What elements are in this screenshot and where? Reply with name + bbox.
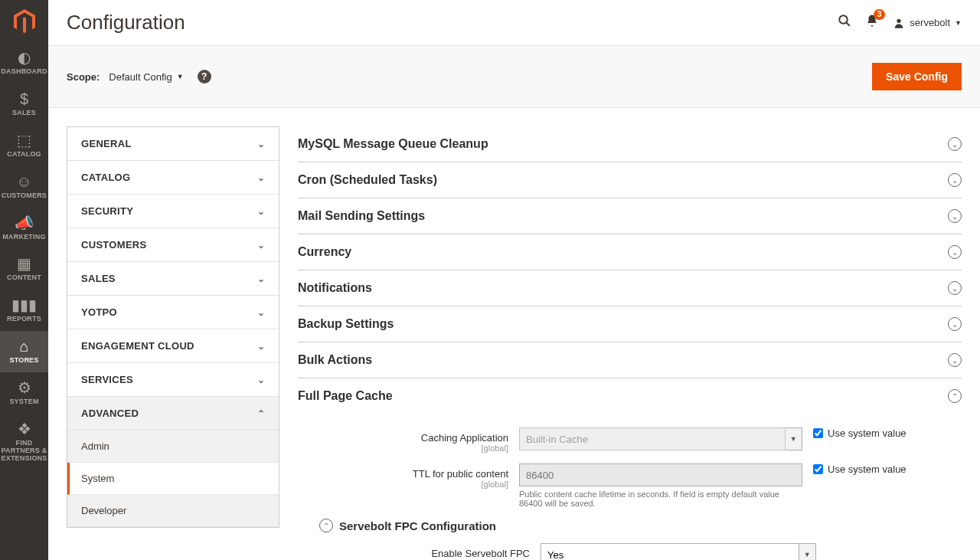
notifications-badge: 3 <box>874 9 886 20</box>
config-nav-developer[interactable]: Developer <box>67 495 279 527</box>
config-nav-customers[interactable]: CUSTOMERS⌄ <box>67 228 279 262</box>
chevron-down-icon: ⌄ <box>257 206 265 217</box>
sidebar-item-content[interactable]: ▦CONTENT <box>0 248 48 290</box>
chevron-down-icon: ⌄ <box>257 341 265 352</box>
section-notifications[interactable]: Notifications⌄ <box>298 270 962 306</box>
sidebar-item-stores[interactable]: ⌂STORES <box>0 331 48 372</box>
username: servebolt <box>910 17 950 28</box>
chevron-down-icon: ▼ <box>955 19 962 27</box>
chevron-down-icon[interactable]: ▼ <box>799 543 816 560</box>
layout-icon: ▦ <box>17 256 31 271</box>
config-nav-services[interactable]: SERVICES⌄ <box>67 363 279 397</box>
use-system-checkbox[interactable] <box>813 464 823 474</box>
config-nav-sales[interactable]: SALES⌄ <box>67 262 279 296</box>
chevron-up-icon: ⌃ <box>257 408 265 419</box>
sidebar-item-partners[interactable]: ❖FIND PARTNERS & EXTENSIONS <box>0 414 48 470</box>
user-menu[interactable]: servebolt ▼ <box>893 17 962 29</box>
config-nav-advanced[interactable]: ADVANCED⌃ <box>67 397 279 431</box>
caching-app-use-system[interactable]: Use system value <box>813 427 928 439</box>
chevron-down-icon: ⌄ <box>257 375 265 385</box>
config-nav: GENERAL⌄ CATALOG⌄ SECURITY⌄ CUSTOMERS⌄ S… <box>67 126 279 528</box>
section-backup[interactable]: Backup Settings⌄ <box>298 306 962 342</box>
person-icon: ☺ <box>16 174 31 189</box>
ttl-input <box>519 463 802 486</box>
expand-icon: ⌄ <box>948 281 962 295</box>
config-nav-admin[interactable]: Admin <box>67 431 279 463</box>
section-mysql-mq[interactable]: MySQL Message Queue Cleanup⌄ <box>298 126 962 162</box>
ttl-note: Public content cache lifetime in seconds… <box>519 490 802 508</box>
section-bulk[interactable]: Bulk Actions⌄ <box>298 342 962 378</box>
expand-icon: ⌄ <box>948 209 962 223</box>
collapse-icon: ⌃ <box>319 519 333 532</box>
dollar-icon: $ <box>20 91 28 106</box>
sidebar-item-sales[interactable]: $SALES <box>0 84 48 125</box>
help-icon[interactable]: ? <box>198 70 211 84</box>
save-config-button[interactable]: Save Config <box>872 63 962 90</box>
svg-point-2 <box>897 18 901 22</box>
config-nav-catalog[interactable]: CATALOG⌄ <box>67 161 279 195</box>
use-system-checkbox[interactable] <box>813 428 823 438</box>
expand-icon: ⌄ <box>948 137 962 151</box>
svg-line-1 <box>847 22 851 26</box>
sidebar-item-dashboard[interactable]: ◐DASHBOARD <box>0 42 48 84</box>
user-icon <box>893 17 905 29</box>
section-mail[interactable]: Mail Sending Settings⌄ <box>298 198 962 234</box>
sidebar-item-system[interactable]: ⚙SYSTEM <box>0 372 48 414</box>
caching-app-select: Built-in Cache <box>519 427 786 450</box>
expand-icon: ⌄ <box>948 173 962 187</box>
config-nav-engagement[interactable]: ENGAGEMENT CLOUD⌄ <box>67 329 279 363</box>
chevron-down-icon: ⌄ <box>257 172 265 183</box>
bar-chart-icon: ▮▮▮ <box>11 297 37 313</box>
ttl-label: TTL for public content [global] <box>298 463 508 489</box>
box-icon: ⬚ <box>17 133 31 148</box>
section-fpc[interactable]: Full Page Cache⌃ <box>298 378 962 414</box>
magento-logo[interactable] <box>0 0 48 42</box>
section-currency[interactable]: Currency⌄ <box>298 234 962 270</box>
ttl-use-system[interactable]: Use system value <box>813 463 928 475</box>
svg-point-0 <box>840 15 848 24</box>
page-title: Configuration <box>67 11 838 34</box>
sidebar-item-reports[interactable]: ▮▮▮REPORTS <box>0 290 48 331</box>
page-header: Configuration 3 servebolt ▼ <box>48 0 980 45</box>
servebolt-fpc-subsection[interactable]: ⌃ Servebolt FPC Configuration <box>319 519 962 532</box>
sidebar-item-marketing[interactable]: 📣MARKETING <box>0 208 48 249</box>
enable-servebolt-label: Enable Servebolt FPC [store view] <box>298 543 530 560</box>
chevron-down-icon: ▼ <box>786 427 802 450</box>
search-icon[interactable] <box>838 14 851 31</box>
config-panel: MySQL Message Queue Cleanup⌄ Cron (Sched… <box>298 126 962 560</box>
chevron-down-icon: ⌄ <box>257 307 265 318</box>
megaphone-icon: 📣 <box>15 215 34 231</box>
config-nav-yotpo[interactable]: YOTPO⌄ <box>67 296 279 329</box>
config-nav-security[interactable]: SECURITY⌄ <box>67 195 279 228</box>
scope-bar: Scope: Default Config ▼ ? Save Config <box>48 45 980 108</box>
chevron-down-icon: ▼ <box>177 73 184 80</box>
enable-servebolt-select[interactable]: Yes <box>541 543 799 560</box>
expand-icon: ⌄ <box>948 353 962 367</box>
section-fpc-body: Caching Application [global] Built-in Ca… <box>298 414 962 560</box>
collapse-icon: ⌃ <box>948 389 962 403</box>
gauge-icon: ◐ <box>18 50 31 65</box>
expand-icon: ⌄ <box>948 317 962 331</box>
notifications-icon[interactable]: 3 <box>865 14 879 31</box>
sidebar-item-catalog[interactable]: ⬚CATALOG <box>0 125 48 166</box>
chevron-down-icon: ⌄ <box>257 139 265 149</box>
config-nav-system[interactable]: System <box>67 463 279 495</box>
config-nav-general[interactable]: GENERAL⌄ <box>67 127 279 161</box>
store-icon: ⌂ <box>19 339 28 354</box>
chevron-down-icon: ⌄ <box>257 273 265 284</box>
scope-select[interactable]: Default Config ▼ <box>109 71 183 83</box>
section-cron[interactable]: Cron (Scheduled Tasks)⌄ <box>298 162 962 198</box>
sidebar-item-customers[interactable]: ☺CUSTOMERS <box>0 166 48 208</box>
admin-sidebar: ◐DASHBOARD $SALES ⬚CATALOG ☺CUSTOMERS 📣M… <box>0 0 48 560</box>
puzzle-icon: ❖ <box>18 421 31 437</box>
caching-app-label: Caching Application [global] <box>298 427 508 453</box>
gear-icon: ⚙ <box>18 380 31 395</box>
expand-icon: ⌄ <box>948 245 962 259</box>
chevron-down-icon: ⌄ <box>257 240 265 251</box>
scope-label: Scope: <box>67 71 100 83</box>
